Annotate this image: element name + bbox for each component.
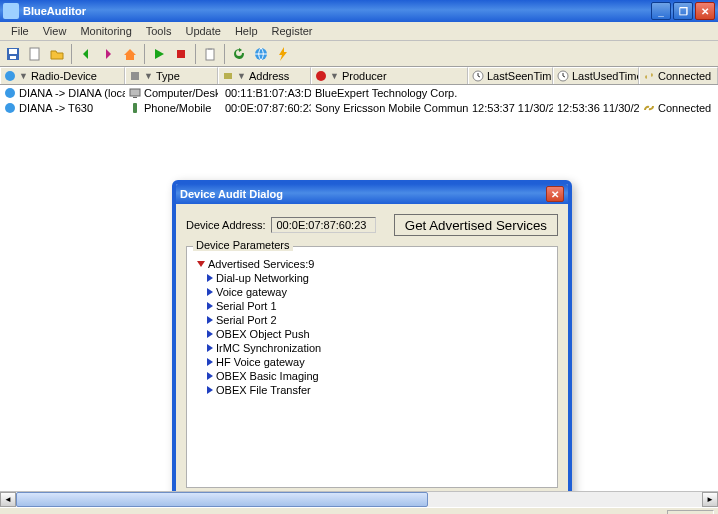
refresh-icon[interactable] xyxy=(229,44,249,64)
title-bar: BlueAuditor _ ❐ ✕ xyxy=(0,0,718,22)
type-icon xyxy=(129,70,141,82)
device-address-field: 00:0E:07:87:60:23 xyxy=(271,217,376,233)
tree-item[interactable]: Serial Port 1 xyxy=(193,299,551,313)
svg-rect-5 xyxy=(206,49,214,60)
phone-icon xyxy=(129,102,141,114)
device-list: DIANA -> DIANA (local) Computer/Desktop … xyxy=(0,85,718,491)
svg-rect-15 xyxy=(130,89,140,96)
tree-item[interactable]: IrMC Synchronization xyxy=(193,341,551,355)
table-row[interactable]: DIANA -> DIANA (local) Computer/Desktop … xyxy=(0,85,718,100)
bullet-icon xyxy=(207,358,213,366)
get-services-button[interactable]: Get Advertised Services xyxy=(394,214,558,236)
dialog-close-button[interactable]: ✕ xyxy=(546,186,564,202)
clock-icon xyxy=(557,70,569,82)
menu-view[interactable]: View xyxy=(36,23,74,39)
menu-tools[interactable]: Tools xyxy=(139,23,179,39)
bullet-icon xyxy=(207,372,213,380)
svg-point-14 xyxy=(5,88,15,98)
column-type[interactable]: ▼Type xyxy=(125,67,218,84)
svg-rect-1 xyxy=(9,49,17,54)
menu-register[interactable]: Register xyxy=(265,23,320,39)
bolt-icon[interactable] xyxy=(273,44,293,64)
svg-point-11 xyxy=(316,71,326,81)
save-icon[interactable] xyxy=(3,44,23,64)
window-title: BlueAuditor xyxy=(23,5,651,17)
stop-icon[interactable] xyxy=(171,44,191,64)
clipboard-icon[interactable] xyxy=(200,44,220,64)
link-icon xyxy=(643,70,655,82)
svg-point-8 xyxy=(5,71,15,81)
tree-item[interactable]: Serial Port 2 xyxy=(193,313,551,327)
menu-bar: File View Monitoring Tools Update Help R… xyxy=(0,22,718,41)
expand-icon xyxy=(197,261,205,267)
bullet-icon xyxy=(207,288,213,296)
svg-rect-18 xyxy=(133,103,137,113)
bullet-icon xyxy=(207,330,213,338)
device-parameters-group: Device Parameters Advertised Services:9 … xyxy=(186,246,558,488)
play-icon[interactable] xyxy=(149,44,169,64)
clock-icon xyxy=(472,70,484,82)
bullet-icon xyxy=(207,302,213,310)
tree-item[interactable]: Dial-up Networking xyxy=(193,271,551,285)
open-icon[interactable] xyxy=(47,44,67,64)
column-radio-device[interactable]: ▼Radio-Device xyxy=(0,67,125,84)
scroll-right-button[interactable]: ► xyxy=(702,492,718,507)
device-icon xyxy=(4,87,16,99)
device-address-label: Device Address: xyxy=(186,219,265,231)
back-icon[interactable] xyxy=(76,44,96,64)
group-label: Device Parameters xyxy=(193,239,293,251)
device-icon xyxy=(4,102,16,114)
forward-icon[interactable] xyxy=(98,44,118,64)
menu-help[interactable]: Help xyxy=(228,23,265,39)
bullet-icon xyxy=(207,316,213,324)
services-tree: Advertised Services:9 Dial-up Networking… xyxy=(193,257,551,397)
close-button[interactable]: ✕ xyxy=(695,2,715,20)
device-audit-dialog: Device Audit Dialog ✕ Device Address: 00… xyxy=(172,180,572,491)
menu-file[interactable]: File xyxy=(4,23,36,39)
home-icon[interactable] xyxy=(120,44,140,64)
scroll-left-button[interactable]: ◄ xyxy=(0,492,16,507)
bullet-icon xyxy=(207,274,213,282)
address-icon xyxy=(222,70,234,82)
svg-point-17 xyxy=(5,103,15,113)
horizontal-scrollbar[interactable]: ◄ ► xyxy=(0,491,718,507)
column-address[interactable]: ▼Address xyxy=(218,67,311,84)
bullet-icon xyxy=(207,344,213,352)
dialog-title: Device Audit Dialog xyxy=(180,188,546,200)
column-lastused[interactable]: LastUsedTime xyxy=(553,67,639,84)
svg-rect-9 xyxy=(131,72,139,80)
status-bar: Ready NUM xyxy=(0,507,718,514)
scroll-thumb[interactable] xyxy=(16,492,428,507)
toolbar xyxy=(0,41,718,67)
app-icon xyxy=(3,3,19,19)
computer-icon xyxy=(129,87,141,99)
svg-rect-2 xyxy=(10,56,16,59)
bullet-icon xyxy=(207,386,213,394)
svg-rect-16 xyxy=(133,97,137,98)
column-lastseen[interactable]: LastSeenTime xyxy=(468,67,553,84)
menu-monitoring[interactable]: Monitoring xyxy=(73,23,138,39)
tree-item[interactable]: Voice gateway xyxy=(193,285,551,299)
svg-rect-10 xyxy=(224,73,232,79)
tree-item[interactable]: OBEX Object Push xyxy=(193,327,551,341)
tree-item[interactable]: HF Voice gateway xyxy=(193,355,551,369)
maximize-button[interactable]: ❐ xyxy=(673,2,693,20)
tree-item[interactable]: OBEX File Transfer xyxy=(193,383,551,397)
svg-rect-3 xyxy=(30,48,39,60)
minimize-button[interactable]: _ xyxy=(651,2,671,20)
world-icon[interactable] xyxy=(251,44,271,64)
scroll-track[interactable] xyxy=(16,492,702,507)
radio-icon xyxy=(4,70,16,82)
tree-root[interactable]: Advertised Services:9 xyxy=(193,257,551,271)
dialog-title-bar[interactable]: Device Audit Dialog ✕ xyxy=(176,184,568,204)
column-connected[interactable]: Connected xyxy=(639,67,718,84)
table-row[interactable]: DIANA -> T630 Phone/Mobile 00:0E:07:87:6… xyxy=(0,100,718,115)
new-icon[interactable] xyxy=(25,44,45,64)
tree-item[interactable]: OBEX Basic Imaging xyxy=(193,369,551,383)
svg-rect-6 xyxy=(208,48,212,50)
column-producer[interactable]: ▼Producer xyxy=(311,67,468,84)
status-num: NUM xyxy=(667,510,714,514)
menu-update[interactable]: Update xyxy=(178,23,227,39)
svg-rect-4 xyxy=(177,50,185,58)
producer-icon xyxy=(315,70,327,82)
